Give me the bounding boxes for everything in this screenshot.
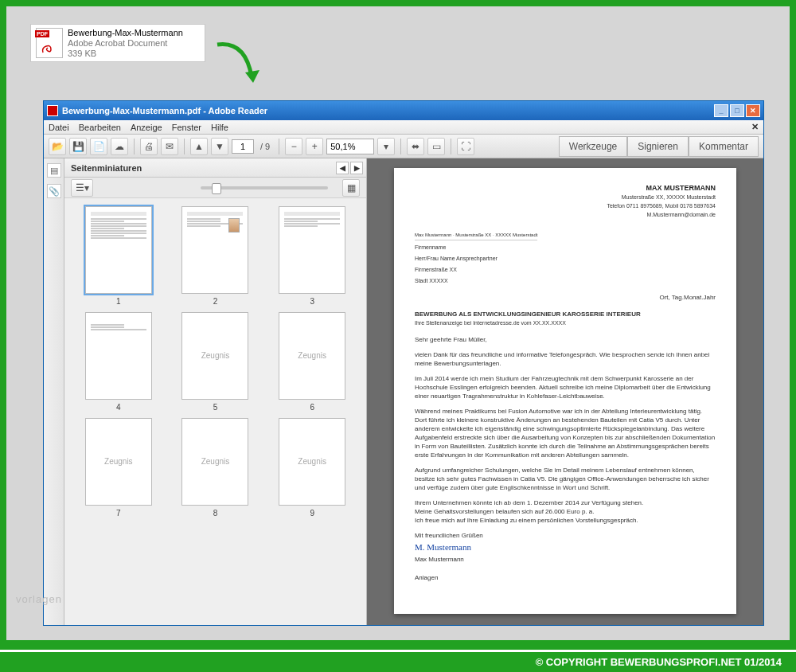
app-icon: [47, 105, 58, 116]
letter-date: Ort, Tag.Monat.Jahr: [415, 293, 716, 302]
save-button[interactable]: 💾: [69, 138, 87, 155]
paragraph-5b: Meine Gehaltsvorstellungen belaufen sich…: [415, 507, 716, 516]
document-viewer[interactable]: MAX MUSTERMANN Musterstraße XX, XXXXX Mu…: [367, 158, 763, 625]
thumb-9[interactable]: Zeugnis9: [266, 418, 358, 518]
adobe-reader-window: Bewerbung-Max-Mustermann.pdf - Adobe Rea…: [43, 100, 764, 626]
copyright-bar: © COPYRIGHT BEWERBUNGSPROFI.NET 01/2014: [0, 650, 796, 672]
open-button[interactable]: 📂: [49, 138, 66, 155]
page-up-button[interactable]: ▲: [190, 138, 208, 155]
file-card[interactable]: Bewerbung-Max-Mustermann Adobe Acrobat D…: [30, 24, 205, 62]
menu-anzeige[interactable]: Anzeige: [131, 123, 162, 132]
thumb-size-slider[interactable]: [201, 186, 328, 189]
tools-button[interactable]: Werkzeuge: [559, 136, 627, 157]
thumbnails-icon[interactable]: ▤: [47, 163, 61, 178]
thumb-2[interactable]: 2: [170, 206, 262, 306]
recipient-city: Stadt XXXXX: [415, 276, 716, 285]
sender-address: Musterstraße XX, XXXXX Musterstadt: [415, 193, 716, 201]
page-total-label: / 9: [257, 142, 273, 151]
thumb-8[interactable]: Zeugnis8: [170, 418, 262, 518]
recipient-contact: Herr/Frau Name Ansprechpartner: [415, 254, 716, 263]
zoom-out-button[interactable]: −: [285, 138, 302, 155]
print-button[interactable]: 🖨: [140, 138, 158, 155]
thumbnails-header: Seitenminiaturen ◀ ▶: [64, 158, 366, 178]
comment-button[interactable]: Kommentar: [689, 136, 759, 157]
pdf-file-icon: [36, 28, 63, 58]
enclosures: Anlagen: [415, 573, 716, 582]
menu-fenster[interactable]: Fenster: [172, 123, 201, 132]
thumbnails-panel: Seitenminiaturen ◀ ▶ ☰▾ ▦ 1 2 3 4 Zeu: [64, 158, 367, 625]
paragraph-1: vielen Dank für das freundliche und info…: [415, 350, 716, 368]
window-title: Bewerbung-Max-Mustermann.pdf - Adobe Rea…: [62, 106, 714, 115]
thumb-options-button[interactable]: ☰▾: [71, 179, 93, 197]
menu-datei[interactable]: Datei: [49, 123, 69, 132]
thumb-1[interactable]: 1: [72, 206, 165, 306]
read-mode-button[interactable]: ⛶: [457, 138, 474, 155]
return-address: Max Mustermann · Musterstraße XX · XXXXX…: [415, 231, 537, 240]
thumb-3[interactable]: 3: [266, 206, 358, 306]
email-button[interactable]: ✉: [161, 138, 178, 155]
signature: M. Mustermann: [415, 543, 716, 552]
zoom-in-button[interactable]: +: [306, 138, 323, 155]
zoom-dropdown-button[interactable]: ▾: [377, 138, 395, 155]
zoom-select[interactable]: [326, 139, 374, 154]
sign-button[interactable]: Signieren: [627, 136, 689, 157]
watermark: vorlagen: [16, 593, 62, 605]
thumbnails-toolbar: ☰▾ ▦: [64, 178, 366, 198]
export-button[interactable]: 📄: [90, 138, 107, 155]
sender-email: M.Mustermann@domain.de: [415, 210, 716, 219]
fit-page-button[interactable]: ▭: [427, 138, 445, 155]
menu-close-icon[interactable]: ✕: [751, 122, 759, 132]
minimize-button[interactable]: _: [714, 104, 728, 117]
cloud-button[interactable]: ☁: [111, 138, 128, 155]
file-name: Bewerbung-Max-Mustermann: [68, 28, 183, 38]
thumbnails-prev-button[interactable]: ◀: [336, 162, 349, 174]
arrow-icon: [213, 37, 269, 92]
paragraph-5a: Ihrem Unternehmen könnte ich ab dem 1. D…: [415, 498, 716, 507]
thumbnails-next-button[interactable]: ▶: [350, 162, 363, 174]
page-number-input[interactable]: [232, 139, 254, 154]
printed-name: Max Mustermann: [415, 555, 716, 564]
maximize-button[interactable]: □: [730, 104, 744, 117]
menu-hilfe[interactable]: Hilfe: [211, 123, 228, 132]
sender-name: MAX MUSTERMANN: [415, 184, 716, 193]
document-page: MAX MUSTERMANN Musterstraße XX, XXXXX Mu…: [394, 168, 736, 614]
fit-width-button[interactable]: ⬌: [407, 138, 424, 155]
thumb-5[interactable]: Zeugnis5: [170, 312, 262, 412]
close-button[interactable]: ✕: [746, 104, 760, 117]
file-size: 339 KB: [68, 49, 183, 59]
paragraph-3: Während meines Praktikums bei Fusion Aut…: [415, 407, 716, 459]
closing: Mit freundlichen Grüßen: [415, 531, 716, 540]
thumb-grid-button[interactable]: ▦: [342, 179, 360, 197]
toolbar: 📂 💾 📄 ☁ 🖨 ✉ ▲ ▼ / 9 − + ▾ ⬌ ▭ ⛶ Werkzeug…: [44, 135, 763, 158]
subject-line: BEWERBUNG ALS ENTWICKLUNGSINGENIEUR KARO…: [415, 310, 716, 318]
paragraph-4: Aufgrund umfangreicher Schulungen, welch…: [415, 466, 716, 492]
paragraph-5c: Ich freue mich auf Ihre Einladung zu ein…: [415, 516, 716, 525]
recipient-company: Firmenname: [415, 243, 716, 252]
file-info: Bewerbung-Max-Mustermann Adobe Acrobat D…: [68, 28, 183, 59]
paragraph-2: Im Juli 2014 werde ich mein Studium der …: [415, 374, 716, 400]
menu-bearbeiten[interactable]: Bearbeiten: [79, 123, 121, 132]
salutation: Sehr geehrte Frau Müller,: [415, 335, 716, 344]
thumbnails-title: Seitenminiaturen: [71, 163, 142, 173]
menubar: Datei Bearbeiten Anzeige Fenster Hilfe ✕: [44, 120, 763, 135]
recipient-street: Firmenstraße XX: [415, 265, 716, 274]
thumb-4[interactable]: 4: [72, 312, 165, 412]
subject-reference: Ihre Stellenanzeige bei Internetadresse.…: [415, 318, 716, 327]
page-down-button[interactable]: ▼: [211, 138, 228, 155]
side-rail: ▤ 📎: [44, 158, 64, 625]
thumb-7[interactable]: Zeugnis7: [72, 418, 165, 518]
titlebar[interactable]: Bewerbung-Max-Mustermann.pdf - Adobe Rea…: [44, 101, 763, 120]
thumb-6[interactable]: Zeugnis6: [266, 312, 358, 412]
file-type: Adobe Acrobat Document: [68, 38, 183, 49]
thumbnails-grid: 1 2 3 4 Zeugnis5 Zeugnis6 Zeugnis7 Zeugn…: [64, 198, 366, 625]
sender-phone: Telefon 0711 8975689, Mobil 0178 5897634: [415, 201, 716, 210]
attachment-icon[interactable]: 📎: [47, 184, 61, 198]
